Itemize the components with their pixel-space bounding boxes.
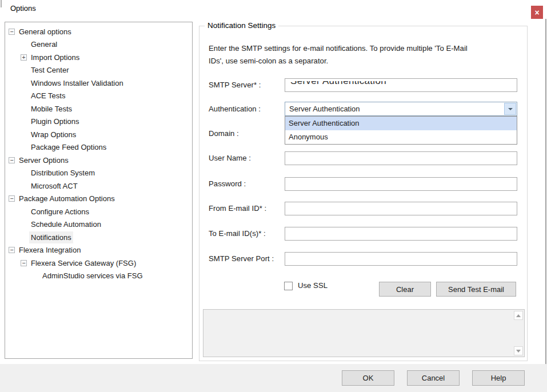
- tree-indent-spacer: [21, 41, 27, 47]
- combobox-dropdown-button[interactable]: [504, 103, 516, 115]
- tree-item-label: Schedule Automation: [31, 220, 101, 229]
- scroll-up-icon: [516, 314, 521, 317]
- tree-item-windows-installer-validation[interactable]: Windows Installer Validation: [5, 77, 192, 90]
- combobox-value: Server Authentication: [289, 105, 360, 113]
- tree-indent-spacer: [21, 131, 27, 138]
- smtp-port-input[interactable]: [285, 252, 517, 266]
- tree-item-schedule-automation[interactable]: Schedule Automation: [5, 218, 192, 231]
- help-button[interactable]: Help: [472, 370, 525, 386]
- tree-item-test-center[interactable]: Test Center: [5, 64, 192, 77]
- to-email-label: To E-mail ID(s)* :: [209, 229, 266, 238]
- tree-indent-spacer: [21, 183, 27, 189]
- collapse-icon[interactable]: −: [9, 195, 15, 202]
- dropdown-option-anonymous[interactable]: Anonymous: [285, 130, 517, 144]
- expand-icon[interactable]: +: [21, 54, 27, 61]
- tree-indent-spacer: [21, 209, 27, 215]
- use-ssl-label: Use SSL: [298, 281, 328, 290]
- tree-indent-spacer: [21, 118, 27, 125]
- tree-item-label: Microsoft ACT: [31, 182, 78, 190]
- to-email-input[interactable]: [285, 227, 517, 241]
- tree-item-plugin-options[interactable]: Plugin Options: [5, 115, 192, 129]
- tree-indent-spacer: [21, 221, 27, 227]
- tree-item-notifications[interactable]: Notifications: [5, 231, 192, 244]
- tree-item-label: Configure Actions: [31, 207, 89, 216]
- chevron-down-icon: [508, 108, 513, 110]
- groupbox-title: Notification Settings: [205, 21, 278, 30]
- tree-indent-spacer: [21, 170, 27, 176]
- dropdown-option-server-authentication[interactable]: Server Authentication: [285, 117, 517, 130]
- tree-item-package-feed-options[interactable]: Package Feed Options: [5, 141, 192, 154]
- tree-item-label: Flexera Integration: [19, 246, 81, 254]
- tree-item-wrap-options[interactable]: Wrap Options: [5, 128, 192, 141]
- tree-item-flexera-service-gateway-fsg[interactable]: −Flexera Service Gateway (FSG): [5, 257, 192, 270]
- tree-item-label: Import Options: [31, 53, 79, 62]
- description-line-1: Enter the SMTP settings for e-mail notif…: [209, 42, 468, 55]
- scroll-down-button[interactable]: [514, 346, 523, 355]
- send-test-email-button[interactable]: Send Test E-mail: [436, 282, 516, 297]
- smtp-server-clipped-text: Server Authentication: [290, 81, 386, 86]
- tree-item-label: Package Automation Options: [19, 194, 115, 203]
- window-title: Options: [10, 4, 36, 13]
- tree-item-label: Plugin Options: [31, 117, 79, 126]
- tree-item-mobile-tests[interactable]: Mobile Tests: [5, 102, 192, 115]
- authentication-combobox[interactable]: Server Authentication: [285, 102, 517, 116]
- tree-item-ace-tests[interactable]: ACE Tests: [5, 90, 192, 103]
- tree-item-general-options[interactable]: −General options: [5, 25, 192, 38]
- smtp-server-label: SMTP Server* :: [209, 81, 261, 89]
- tree-item-label: Mobile Tests: [31, 105, 72, 113]
- tree-item-microsoft-act[interactable]: Microsoft ACT: [5, 179, 192, 193]
- tree-item-label: Test Center: [31, 66, 69, 74]
- collapse-icon[interactable]: −: [9, 157, 15, 163]
- window-edge-artifact: [1, 0, 2, 7]
- smtp-server-input[interactable]: Server Authentication: [285, 78, 517, 92]
- tree-item-configure-actions[interactable]: Configure Actions: [5, 205, 192, 218]
- tree-item-label: Server Options: [19, 156, 69, 165]
- tree-indent-spacer: [21, 144, 27, 150]
- tree-item-package-automation-options[interactable]: −Package Automation Options: [5, 193, 192, 206]
- options-dialog: Options × −General optionsGeneral+Import…: [0, 0, 547, 392]
- tree-item-label: Package Feed Options: [31, 143, 106, 151]
- close-button[interactable]: ×: [531, 6, 543, 19]
- clear-button[interactable]: Clear: [379, 282, 431, 297]
- tree-item-label: Flexera Service Gateway (FSG): [31, 259, 136, 267]
- ok-button[interactable]: OK: [342, 370, 394, 386]
- scroll-up-button[interactable]: [514, 311, 523, 320]
- tree-item-label: AdminStudio services via FSG: [42, 271, 143, 280]
- tree-item-label: ACE Tests: [31, 91, 65, 100]
- user-name-input[interactable]: [285, 151, 517, 165]
- authentication-label: Authentication :: [209, 105, 261, 113]
- collapse-icon[interactable]: −: [9, 247, 15, 253]
- scroll-down-icon: [516, 350, 521, 353]
- tree-indent-spacer: [21, 93, 27, 99]
- dialog-footer: OK Cancel Help: [0, 364, 547, 392]
- tree-item-general[interactable]: General: [5, 38, 192, 51]
- tree-item-label: General: [31, 40, 57, 49]
- cancel-button[interactable]: Cancel: [407, 370, 460, 386]
- tree-indent-spacer: [21, 67, 27, 73]
- from-email-label: From E-mail ID* :: [209, 204, 266, 213]
- tree-item-distribution-system[interactable]: Distribution System: [5, 167, 192, 180]
- tree-indent-spacer: [21, 106, 27, 112]
- collapse-icon[interactable]: −: [21, 260, 27, 266]
- password-input[interactable]: [285, 177, 517, 191]
- use-ssl-checkbox[interactable]: [284, 282, 293, 290]
- tree-item-import-options[interactable]: +Import Options: [5, 51, 192, 64]
- authentication-dropdown-list: Server Authentication Anonymous: [285, 116, 517, 145]
- window-right-border: [545, 19, 546, 392]
- from-email-input[interactable]: [285, 202, 517, 215]
- tree-item-label: Distribution System: [31, 169, 95, 177]
- user-name-label: User Name :: [209, 154, 251, 162]
- description-line-2: IDs', use semi-colon as a separator.: [209, 55, 468, 67]
- tree-item-adminstudio-services-via-fsg[interactable]: AdminStudio services via FSG: [5, 270, 192, 283]
- tree-item-server-options[interactable]: −Server Options: [5, 154, 192, 167]
- tree-indent-spacer: [21, 234, 27, 241]
- tree-indent-spacer: [32, 273, 38, 279]
- tree-item-label: Windows Installer Validation: [31, 79, 123, 87]
- status-message-box: [203, 309, 525, 357]
- tree-item-label: Wrap Options: [31, 130, 76, 139]
- tree-item-label: General options: [19, 27, 71, 36]
- password-label: Password :: [209, 179, 246, 188]
- tree-item-flexera-integration[interactable]: −Flexera Integration: [5, 244, 192, 257]
- options-tree[interactable]: −General optionsGeneral+Import OptionsTe…: [5, 22, 193, 359]
- collapse-icon[interactable]: −: [9, 29, 15, 35]
